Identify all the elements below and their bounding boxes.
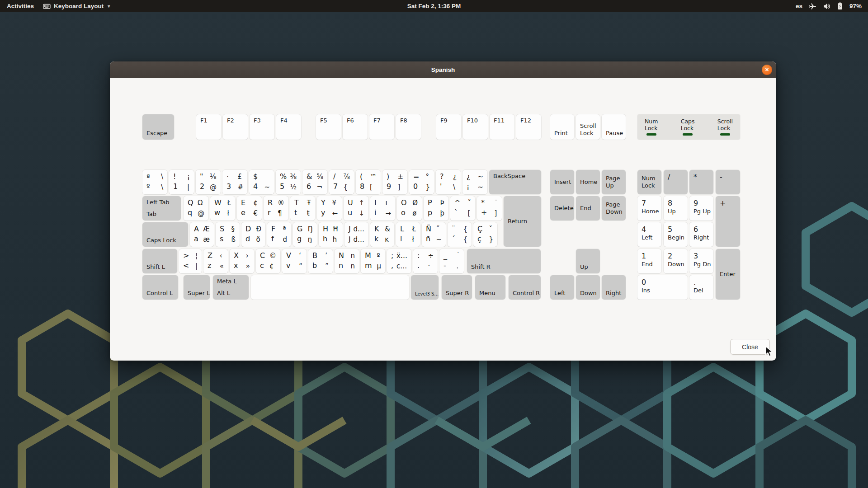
key-alt-l[interactable]: Meta LAlt L bbox=[213, 275, 249, 300]
key-inverted[interactable]: ¿¡~~ bbox=[462, 170, 487, 194]
key-scroll-lock[interactable]: ScrollLock bbox=[576, 114, 600, 140]
key-period[interactable]: :.÷· bbox=[413, 249, 438, 273]
key-kp-1[interactable]: 1End bbox=[637, 249, 661, 273]
key-plus[interactable]: *+¯] bbox=[477, 196, 502, 221]
key-q[interactable]: QqΩ@ bbox=[184, 196, 208, 221]
key-kp-7[interactable]: 7Home bbox=[637, 196, 661, 221]
key-kp-0[interactable]: 0Ins bbox=[637, 275, 688, 300]
key-f3[interactable]: F3 bbox=[250, 114, 274, 140]
key-delete[interactable]: Delete bbox=[550, 196, 574, 221]
key-ccedilla[interactable]: Ççˇ} bbox=[473, 222, 497, 247]
key-r[interactable]: Rr®¶ bbox=[264, 196, 288, 221]
key-f7[interactable]: F7 bbox=[369, 114, 394, 140]
key-kp-3[interactable]: 3Pg Dn bbox=[689, 249, 713, 273]
key-page-down[interactable]: PageDown bbox=[602, 196, 626, 221]
keyboard-layout-menu[interactable]: Keyboard Layout ▾ bbox=[43, 3, 110, 9]
key-menu[interactable]: Menu bbox=[475, 275, 505, 300]
key-tab[interactable]: Left TabTab bbox=[142, 196, 181, 221]
key-escape[interactable]: Escape bbox=[142, 114, 174, 140]
key-2[interactable]: "2⅛@ bbox=[196, 170, 221, 194]
key-kp-enter[interactable]: Enter bbox=[716, 249, 740, 300]
key-f1[interactable]: F1 bbox=[196, 114, 221, 140]
key-apostrophe[interactable]: ?'¿\ bbox=[436, 170, 461, 194]
key-acute[interactable]: ¨´{{ bbox=[448, 222, 472, 247]
key-7[interactable]: /7⅞{ bbox=[329, 170, 354, 194]
key-5[interactable]: %5⅜½ bbox=[276, 170, 301, 194]
key-i[interactable]: Iiı→ bbox=[370, 196, 395, 221]
key-w[interactable]: WwŁł bbox=[210, 196, 235, 221]
key-x[interactable]: Xx›» bbox=[230, 249, 254, 273]
system-tray[interactable]: es 97% bbox=[796, 2, 868, 10]
key-shift-r[interactable]: Shift R bbox=[467, 249, 541, 273]
key-end[interactable]: End bbox=[576, 196, 600, 221]
key-d[interactable]: DdÐð bbox=[241, 222, 265, 247]
window-close-button[interactable]: ✕ bbox=[762, 65, 772, 75]
key-k[interactable]: Kk&ĸ bbox=[370, 222, 394, 247]
key-kp-decimal[interactable]: .Del bbox=[689, 275, 713, 300]
key-caps-lock[interactable]: Caps Lock bbox=[142, 222, 188, 247]
key-f12[interactable]: F12 bbox=[516, 114, 541, 140]
key-backspace[interactable]: BackSpace bbox=[489, 170, 541, 194]
key-f[interactable]: Ffªđ bbox=[267, 222, 291, 247]
key-space[interactable] bbox=[251, 275, 409, 300]
key-f11[interactable]: F11 bbox=[490, 114, 514, 140]
key-f4[interactable]: F4 bbox=[276, 114, 301, 140]
key-up[interactable]: Up bbox=[576, 249, 600, 273]
key-3[interactable]: ·3£# bbox=[222, 170, 247, 194]
key-insert[interactable]: Insert bbox=[550, 170, 574, 194]
key-super-r[interactable]: Super R bbox=[442, 275, 472, 300]
key-s[interactable]: Ss§ß bbox=[216, 222, 240, 247]
key-level3[interactable]: Level3 S… bbox=[411, 275, 439, 300]
key-f5[interactable]: F5 bbox=[316, 114, 341, 140]
key-kp-add[interactable]: + bbox=[716, 196, 740, 247]
key-kp-divide[interactable]: / bbox=[664, 170, 688, 194]
key-control-r[interactable]: Control R bbox=[509, 275, 541, 300]
key-f10[interactable]: F10 bbox=[463, 114, 488, 140]
key-left[interactable]: Left bbox=[550, 275, 574, 300]
key-control-l[interactable]: Control L bbox=[142, 275, 178, 300]
key-f8[interactable]: F8 bbox=[396, 114, 421, 140]
key-1[interactable]: !1¡| bbox=[169, 170, 194, 194]
key-home[interactable]: Home bbox=[576, 170, 600, 194]
key-6[interactable]: &6⅝¬ bbox=[302, 170, 327, 194]
key-grave[interactable]: ^`˚[ bbox=[450, 196, 475, 221]
key-comma[interactable]: ;,ẍ…c… bbox=[387, 249, 411, 273]
key-less[interactable]: ><¦| bbox=[179, 249, 202, 273]
key-kp-6[interactable]: 6Right bbox=[689, 222, 713, 247]
key-kp-numlock[interactable]: NumLock bbox=[637, 170, 661, 194]
key-g[interactable]: GgŊŋ bbox=[293, 222, 317, 247]
key-j[interactable]: Jjd…d… bbox=[344, 222, 368, 247]
key-b[interactable]: Bb’” bbox=[308, 249, 333, 273]
key-p[interactable]: PpÞþ bbox=[424, 196, 448, 221]
key-0[interactable]: =0°} bbox=[409, 170, 434, 194]
activities-button[interactable]: Activities bbox=[7, 3, 34, 9]
key-9[interactable]: )9±] bbox=[382, 170, 407, 194]
key-minus[interactable]: _-˙. bbox=[439, 249, 464, 273]
key-z[interactable]: Zz‹« bbox=[203, 249, 228, 273]
key-super-l[interactable]: Super L bbox=[184, 275, 210, 300]
key-ntilde[interactable]: Ññ˝~ bbox=[422, 222, 446, 247]
key-kp-4[interactable]: 4Left bbox=[637, 222, 661, 247]
clock-button[interactable]: Sat Feb 2, 1:36 PM bbox=[407, 3, 461, 9]
key-kp-multiply[interactable]: * bbox=[689, 170, 713, 194]
key-v[interactable]: Vv‘“ bbox=[282, 249, 307, 273]
key-l[interactable]: LlŁł bbox=[396, 222, 420, 247]
key-c[interactable]: Cc©¢ bbox=[256, 249, 280, 273]
key-page-up[interactable]: PageUp bbox=[602, 170, 626, 194]
key-print[interactable]: Print bbox=[550, 114, 574, 140]
key-f6[interactable]: F6 bbox=[343, 114, 368, 140]
key-4[interactable]: $4~ bbox=[249, 170, 274, 194]
key-y[interactable]: Yy¥← bbox=[317, 196, 342, 221]
key-o[interactable]: OoØø bbox=[397, 196, 422, 221]
key-shift-l[interactable]: Shift L bbox=[142, 249, 177, 273]
key-kp-8[interactable]: 8Up bbox=[664, 196, 688, 221]
key-f2[interactable]: F2 bbox=[223, 114, 248, 140]
key-u[interactable]: Uu↑↓ bbox=[344, 196, 368, 221]
dialog-titlebar[interactable]: Spanish ✕ bbox=[110, 61, 776, 78]
key-down[interactable]: Down bbox=[576, 275, 600, 300]
key-ordinal[interactable]: ªº\\ bbox=[142, 170, 167, 194]
key-return[interactable]: Return bbox=[504, 196, 541, 247]
key-n[interactable]: Nnnn bbox=[335, 249, 359, 273]
key-kp-9[interactable]: 9Pg Up bbox=[689, 196, 713, 221]
key-e[interactable]: Ee¢€ bbox=[237, 196, 262, 221]
